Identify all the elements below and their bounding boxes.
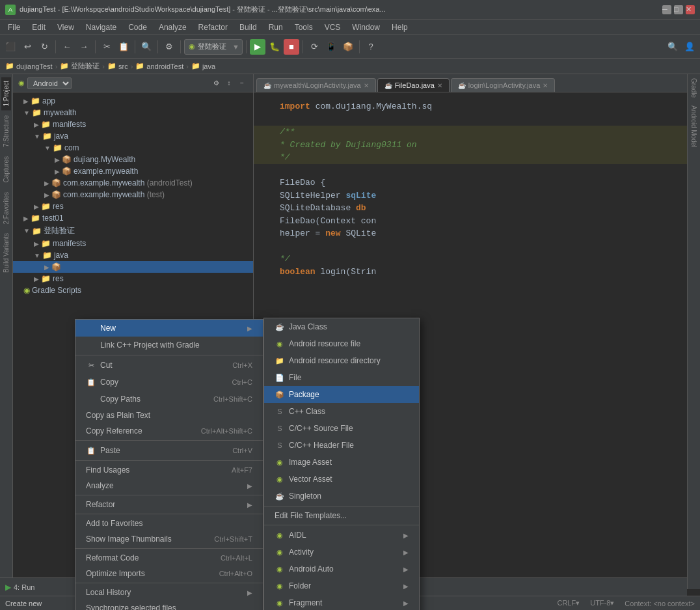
toolbar-copy[interactable]: 📋 [116,39,131,55]
new-folder[interactable]: ◉ Folder ▶ [264,577,419,594]
new-fragment[interactable]: ◉ Fragment ▶ [264,594,419,610]
tree-item-selected-pkg[interactable]: ▶ 📦 [13,261,253,273]
tree-item-manifests2[interactable]: ▶ 📁 manifests [13,238,253,249]
bc-project[interactable]: 📁 dujiangTest [5,62,53,70]
new-android-resource-dir[interactable]: 📁 Android resource directory [264,352,419,369]
tab-structure[interactable]: 7:Structure [1,111,11,151]
ctx-paste[interactable]: 📋 Paste Ctrl+V [75,442,263,459]
menu-run[interactable]: Run [263,21,288,33]
tree-item-java2[interactable]: ▼ 📁 java [13,249,253,261]
new-aidl[interactable]: ◉ AIDL ▶ [264,527,419,544]
tree-item-res[interactable]: ▶ 📁 res [13,201,253,212]
ctx-local-history[interactable]: Local History ▶ [75,585,263,600]
menu-navigate[interactable]: Navigate [81,21,122,33]
ctx-sync[interactable]: Synchronize selected files [75,600,263,610]
tree-item-res2[interactable]: ▶ 📁 res [13,273,253,284]
toolbar-forward[interactable]: → [76,39,92,55]
toolbar-back[interactable]: ← [59,39,75,55]
tab-close-loginactivity[interactable]: ✕ [364,82,369,89]
menu-tools[interactable]: Tools [289,21,318,33]
bc-java[interactable]: 📁 java [191,62,215,70]
project-view-select[interactable]: Android [27,77,72,89]
bc-src[interactable]: 📁 src [107,62,128,70]
toolbar-cut[interactable]: ✂ [99,39,114,55]
tree-item-gradle[interactable]: ◉ Gradle Scripts [13,284,253,296]
tab-loginactivity[interactable]: ☕ mywealth\LoginActivity.java ✕ [256,78,376,92]
new-android-auto[interactable]: ◉ Android Auto ▶ [264,561,419,577]
ctx-optimize-imports[interactable]: Optimize Imports Ctrl+Alt+O [75,566,263,581]
ctx-add-favorites[interactable]: Add to Favorites [75,516,263,531]
new-java-class[interactable]: ☕ Java Class [264,318,419,335]
tree-item-com-example-androidtest[interactable]: ▶ 📦 com.example.mywealth (androidTest) [13,177,253,189]
toolbar-sdk[interactable]: 📦 [340,39,356,55]
tree-item-java[interactable]: ▼ 📁 java [13,130,253,142]
new-vector-asset[interactable]: ◉ Vector Asset [264,471,419,488]
tab-project[interactable]: 1:Project [1,77,11,110]
ctx-new[interactable]: New ▶ [75,320,263,337]
project-header-btn1[interactable]: ⚙ [210,77,222,89]
ctx-refactor[interactable]: Refactor ▶ [75,497,263,512]
toolbar-sync[interactable]: ⟳ [306,39,322,55]
close-button[interactable]: ✕ [686,5,695,14]
menu-window[interactable]: Window [347,21,385,33]
minimize-button[interactable]: ─ [662,5,671,14]
menu-code[interactable]: Code [123,21,152,33]
create-new-label[interactable]: Create new [5,600,42,607]
tab-build-variants[interactable]: Build Variants [1,229,11,277]
new-edit-templates[interactable]: Edit File Templates... [264,508,419,523]
toolbar-btn-3[interactable]: ↻ [36,39,52,55]
tab-login-loginactivity[interactable]: ☕ login\LoginActivity.java ✕ [451,78,555,92]
toolbar-btn-2[interactable]: ↩ [20,39,35,55]
menu-build[interactable]: Build [234,21,262,33]
ctx-find-usages[interactable]: Find Usages Alt+F7 [75,462,263,478]
run-config-dropdown[interactable]: ◉ 登陆验证 ▼ [184,39,243,55]
tree-item-test01[interactable]: ▶ 📁 test01 [13,212,253,224]
ctx-copy-ref[interactable]: Copy Reference Ctrl+Alt+Shift+C [75,423,263,439]
ctx-show-thumbnails[interactable]: Show Image Thumbnails Ctrl+Shift+T [75,531,263,547]
menu-refactor[interactable]: Refactor [193,21,233,33]
menu-analyze[interactable]: Analyze [154,21,192,33]
menu-view[interactable]: View [52,21,79,33]
project-header-btn2[interactable]: ↕ [223,77,235,89]
tab-filedao[interactable]: ☕ FileDao.java ✕ [377,78,450,92]
toolbar-btn-1[interactable]: ⬛ [3,39,18,55]
charset-label[interactable]: UTF-8▾ [590,599,614,607]
bc-androidtest[interactable]: 📁 androidTest [135,62,183,70]
new-cpp-header[interactable]: S C/C++ Header File [264,437,419,454]
toolbar-search[interactable]: 🔍 [139,39,154,55]
right-tab-gradle[interactable]: Gradle [689,74,699,102]
right-tab-android-model[interactable]: Android Model [689,102,699,151]
tab-close-login-loginactivity[interactable]: ✕ [543,82,548,89]
ctx-reformat[interactable]: Reformat Code Ctrl+Alt+L [75,550,263,566]
new-cpp-source[interactable]: S C/C++ Source File [264,420,419,437]
menu-edit[interactable]: Edit [27,21,51,33]
tree-item-manifests[interactable]: ▶ 📁 manifests [13,118,253,130]
toolbar-settings[interactable]: ⚙ [161,39,177,55]
tree-item-com[interactable]: ▼ 📁 com [13,142,253,154]
tab-captures[interactable]: Captures [1,152,11,187]
toolbar-user[interactable]: 👤 [682,39,697,55]
menu-vcs[interactable]: VCS [319,21,346,33]
toolbar-search-global[interactable]: 🔍 [665,39,680,55]
new-package[interactable]: 📦 Package [264,386,419,403]
tree-item-mywealth[interactable]: ▼ 📁 mywealth [13,107,253,118]
ctx-copy-paths[interactable]: Copy Paths Ctrl+Shift+C [75,391,263,408]
ctx-link-cpp[interactable]: Link C++ Project with Gradle [75,337,263,354]
toolbar-avd[interactable]: 📱 [323,39,339,55]
new-singleton[interactable]: ☕ Singleton [264,488,419,505]
tab-favorites[interactable]: 2:Favorites [1,188,11,228]
tree-item-dujiang-mywealth[interactable]: ▶ 📦 dujiang.MyWealth [13,154,253,165]
ctx-cut[interactable]: ✂ Cut Ctrl+X [75,357,263,374]
new-activity[interactable]: ◉ Activity ▶ [264,544,419,561]
tab-close-filedao[interactable]: ✕ [437,82,442,89]
tree-item-denglu[interactable]: ▼ 📁 登陆验证 [13,224,253,238]
new-cpp-class[interactable]: S C++ Class [264,403,419,420]
menu-file[interactable]: File [3,21,25,33]
new-image-asset[interactable]: ◉ Image Asset [264,454,419,471]
tree-item-com-example-test[interactable]: ▶ 📦 com.example.mywealth (test) [13,189,253,201]
ctx-copy[interactable]: 📋 Copy Ctrl+C [75,374,263,391]
toolbar-help[interactable]: ? [363,39,379,55]
run-button[interactable]: ▶ [250,39,265,55]
encoding-label[interactable]: CRLF▾ [557,599,580,607]
menu-help[interactable]: Help [386,21,413,33]
